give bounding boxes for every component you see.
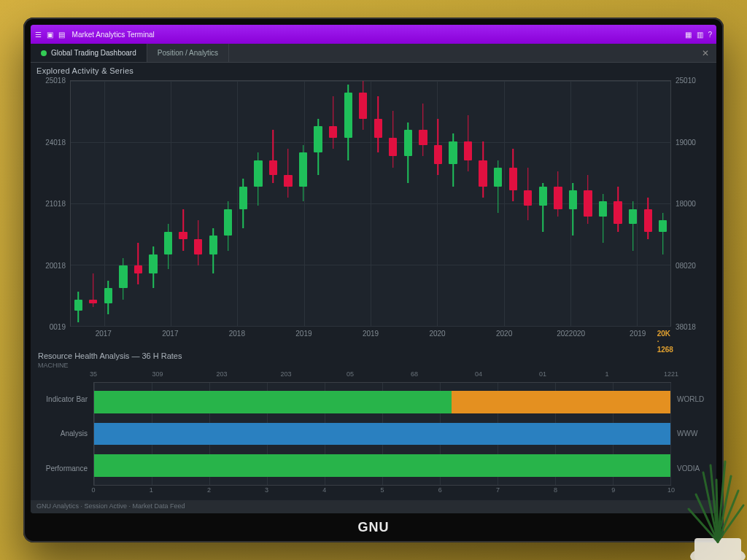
candle bbox=[614, 81, 622, 326]
candle bbox=[539, 81, 547, 326]
candle bbox=[119, 81, 127, 326]
resource-bars-panel: 353092032030568040111221 Indicator BarAn… bbox=[31, 369, 716, 500]
tick-label: 1 bbox=[150, 486, 153, 494]
category-label: Indicator Bar bbox=[31, 395, 88, 403]
bar-segment bbox=[94, 423, 670, 446]
status-dot-icon bbox=[41, 50, 47, 56]
candle bbox=[299, 81, 307, 326]
candle bbox=[194, 81, 202, 326]
candle bbox=[149, 81, 157, 326]
app-icon[interactable]: ▤ bbox=[58, 31, 65, 39]
candle bbox=[419, 81, 427, 326]
y-axis-left: 250182401821018200180019 bbox=[31, 80, 70, 327]
candle bbox=[344, 81, 352, 326]
candle bbox=[239, 81, 247, 326]
tab-analytics[interactable]: Position / Analytics bbox=[147, 44, 229, 62]
candle bbox=[359, 81, 367, 326]
status-bar: GNU Analytics · Session Active · Market … bbox=[31, 500, 716, 513]
lower-panel-title: Resource Health Analysis — 36 H Rates MA… bbox=[31, 347, 716, 369]
titlebar-right-icons: ▦ ▥ ? bbox=[682, 31, 712, 39]
tick-label: 4 bbox=[322, 486, 326, 494]
tick-label: 05 bbox=[347, 370, 354, 378]
menu-icon[interactable]: ☰ bbox=[35, 31, 42, 39]
tick-label: 6 bbox=[438, 486, 442, 494]
lower-panel-subtitle: MACHINE bbox=[38, 362, 709, 369]
chart-title: Explored Activity & Series bbox=[31, 63, 671, 80]
bar-right-label: WWW bbox=[677, 429, 716, 438]
candle bbox=[464, 81, 472, 326]
y-right-label: 08020 bbox=[676, 261, 696, 269]
lower-bars-area[interactable] bbox=[93, 382, 671, 486]
tick-label: 0 bbox=[91, 486, 95, 494]
candle bbox=[629, 81, 637, 326]
y-tick-label: 21018 bbox=[45, 200, 66, 208]
tick-label: 203 bbox=[216, 370, 227, 378]
y-tick-label: 25018 bbox=[45, 77, 66, 85]
y-right-label: 25010 bbox=[676, 77, 696, 85]
candle bbox=[599, 81, 607, 326]
x-tick-label: 2020 bbox=[429, 330, 445, 338]
titlebar-left-icons: ☰ ▣ ▤ bbox=[35, 31, 68, 39]
x-tick-current: 20K · 1268 bbox=[657, 330, 673, 354]
app-icon[interactable]: ▣ bbox=[47, 31, 53, 39]
tick-label: 3 bbox=[265, 486, 268, 494]
tick-label: 2 bbox=[207, 486, 211, 494]
tab-label: Global Trading Dashboard bbox=[51, 49, 136, 57]
y-axis-right: 2501019000180000802038018 bbox=[671, 80, 716, 327]
candle bbox=[224, 81, 232, 326]
candle bbox=[524, 81, 532, 326]
candle bbox=[329, 81, 337, 326]
chart-plot-area[interactable] bbox=[70, 80, 671, 327]
candle bbox=[584, 81, 592, 326]
x-tick-label: 2019 bbox=[363, 330, 379, 338]
window-title: Market Analytics Terminal bbox=[72, 31, 155, 39]
help-icon[interactable]: ? bbox=[708, 31, 712, 39]
svg-point-0 bbox=[690, 546, 746, 560]
grid-icon[interactable]: ▦ bbox=[685, 31, 692, 39]
category-label: Analysis bbox=[31, 429, 88, 438]
candle bbox=[554, 81, 562, 326]
lower-axis-top: 353092032030568040111221 bbox=[93, 369, 671, 382]
bar-segment bbox=[94, 391, 452, 413]
candlestick-chart: Explored Activity & Series 2501824018210… bbox=[31, 63, 716, 347]
lower-right-labels: WORLDWWWVODIA bbox=[671, 382, 716, 486]
candle bbox=[434, 81, 442, 326]
y-tick-label: 24018 bbox=[45, 138, 66, 146]
tick-label: 68 bbox=[411, 370, 418, 378]
candle bbox=[644, 81, 652, 326]
bar-right-label: WORLD bbox=[677, 395, 716, 403]
y-right-label: 18000 bbox=[676, 200, 696, 208]
tick-label: 1 bbox=[605, 370, 608, 378]
tab-strip: Global Trading Dashboard Position / Anal… bbox=[31, 44, 716, 63]
tick-label: 8 bbox=[554, 486, 557, 494]
app-window: ☰ ▣ ▤ Market Analytics Terminal ▦ ▥ ? Gl… bbox=[31, 25, 716, 513]
tab-dashboard[interactable]: Global Trading Dashboard bbox=[31, 44, 147, 62]
x-tick-label: 2019 bbox=[630, 330, 646, 338]
candle bbox=[404, 81, 412, 326]
y-tick-label: 20018 bbox=[45, 261, 66, 269]
candle bbox=[179, 81, 187, 326]
tick-label: 01 bbox=[539, 370, 546, 378]
tick-label: 7 bbox=[496, 486, 500, 494]
candle bbox=[569, 81, 577, 326]
bar-right-label: VODIA bbox=[677, 464, 716, 472]
x-tick-label: 2017 bbox=[96, 330, 112, 338]
candle bbox=[104, 81, 112, 326]
candle bbox=[389, 81, 397, 326]
y-tick-label: 0019 bbox=[50, 323, 66, 331]
panel-icon[interactable]: ▥ bbox=[697, 31, 703, 39]
tick-label: 9 bbox=[611, 486, 615, 494]
x-tick-label: 2018 bbox=[229, 330, 245, 338]
tick-label: 309 bbox=[152, 370, 163, 378]
monitor-frame: GNU ☰ ▣ ▤ Market Analytics Terminal ▦ ▥ … bbox=[23, 18, 724, 542]
x-tick-label: 2020 bbox=[496, 330, 512, 338]
close-tab-button[interactable]: ✕ bbox=[694, 44, 716, 62]
candle bbox=[74, 81, 82, 326]
tick-label: 1221 bbox=[664, 370, 678, 378]
y-right-label: 19000 bbox=[676, 138, 696, 146]
tick-label: 10 bbox=[667, 486, 675, 494]
lower-categories: Indicator BarAnalysisPerformance bbox=[31, 382, 93, 486]
candle bbox=[209, 81, 217, 326]
candle bbox=[659, 81, 667, 326]
bar-segment bbox=[94, 454, 670, 477]
